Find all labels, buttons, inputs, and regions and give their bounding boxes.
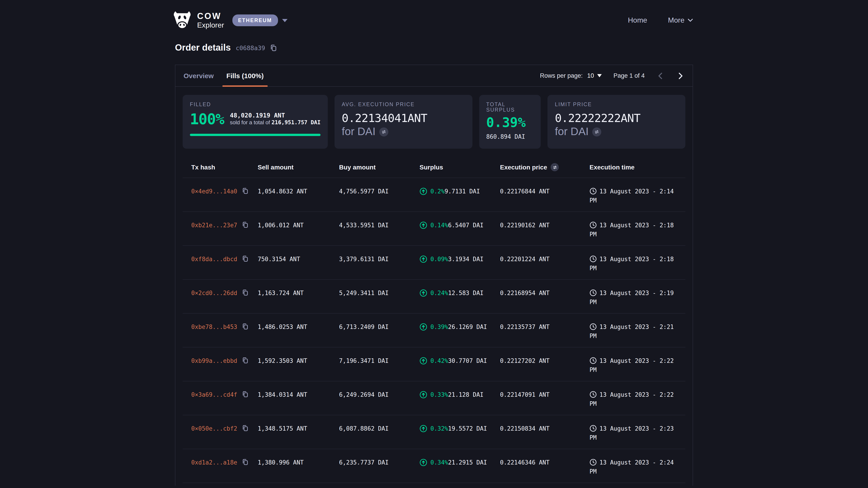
table-row: 0×3a69...cd4f 1,384.0314 ANT 6,249.2694 …	[183, 381, 685, 415]
copy-icon[interactable]	[242, 289, 249, 296]
surplus-percent: 0.2%	[430, 188, 445, 195]
rows-per-page-select[interactable]: 10	[587, 72, 602, 79]
surplus-amount: 19.5572 DAI	[448, 425, 487, 432]
execution-time-text: 13 August 2023 - 2:22 PM	[590, 357, 674, 373]
invert-price-icon[interactable]	[379, 127, 388, 136]
page-indicator: Page 1 of 4	[614, 72, 645, 79]
tx-hash-link[interactable]: 0×2cd0...26dd	[191, 290, 237, 296]
copy-icon[interactable]	[242, 188, 249, 194]
copy-order-id-icon[interactable]	[270, 44, 277, 51]
table-row: 0xf8da...dbcd 750.3154 ANT 3,379.6131 DA…	[183, 246, 685, 280]
execution-price-cell: 0.22146346 ANT	[500, 449, 590, 483]
surplus-percent: 0.24%	[430, 290, 448, 296]
surplus-amount: 9.7131 DAI	[445, 188, 480, 195]
col-execution-time: Execution time	[590, 164, 685, 171]
execution-time-text: 13 August 2023 - 2:23 PM	[590, 425, 674, 441]
pagination-controls: Rows per page: 10 Page 1 of 4	[540, 65, 684, 86]
tx-hash-link[interactable]: 0×4ed9...14a0	[191, 188, 237, 195]
tx-hash-link[interactable]: 0xf8da...dbcd	[191, 256, 237, 263]
limit-price-value: 0.22222222ANT	[555, 111, 678, 125]
tx-hash-link[interactable]: 0xb21e...23e7	[191, 222, 237, 229]
surplus-cell: 0.33%21.128 DAI	[420, 381, 500, 415]
next-page-icon[interactable]	[676, 72, 684, 80]
execution-time-cell: 13 August 2023 - 2:23 PM	[590, 415, 685, 449]
toggle-price-unit-icon[interactable]	[551, 163, 559, 171]
execution-price-cell: 0.22201224 ANT	[500, 246, 590, 279]
invert-limit-price-icon[interactable]	[592, 127, 601, 136]
tab-overview[interactable]: Overview	[177, 65, 220, 86]
previous-page-icon[interactable]	[656, 72, 664, 80]
sell-amount-cell: 1,348.5175 ANT	[258, 415, 339, 449]
nav-more-label: More	[668, 16, 684, 24]
execution-time-cell: 13 August 2023 - 2:18 PM	[590, 246, 685, 279]
tab-fills[interactable]: Fills (100%)	[220, 65, 270, 86]
execution-time-cell: 13 August 2023 - 2:14 PM	[590, 178, 685, 212]
execution-price-cell: 0.22176844 ANT	[500, 178, 590, 212]
surplus-cell: 0.24%12.583 DAI	[420, 280, 500, 313]
rows-per-page-value: 10	[587, 72, 594, 79]
copy-icon[interactable]	[242, 459, 249, 465]
cow-icon	[172, 11, 193, 29]
tx-hash-link[interactable]: 0×3a69...cd4f	[191, 391, 237, 398]
tx-hash-cell: 0xb99a...ebbd	[183, 348, 258, 381]
surplus-amount: 6.5407 DAI	[448, 222, 484, 229]
tx-hash-cell: 0×4ed9...14a0	[183, 178, 258, 212]
execution-time-text: 13 August 2023 - 2:14 PM	[590, 188, 674, 203]
avg-price-unit: for DAI	[342, 125, 465, 138]
copy-icon[interactable]	[242, 323, 249, 330]
tx-hash-cell: 0×050e...cbf2	[183, 415, 258, 449]
surplus-amount: 30.7707 DAI	[448, 357, 487, 364]
network-caret-down-icon[interactable]	[282, 19, 287, 22]
tx-hash-cell: 0xb21e...23e7	[183, 212, 258, 246]
execution-time-cell: 13 August 2023 - 2:19 PM	[590, 280, 685, 313]
tx-hash-link[interactable]: 0×050e...cbf2	[191, 425, 237, 432]
filled-percent: 100%	[190, 110, 224, 128]
surplus-percent: 0.34%	[430, 459, 448, 466]
surplus-percent: 0.39%	[430, 324, 448, 330]
copy-icon[interactable]	[242, 357, 249, 364]
tx-hash-link[interactable]: 0xd1a2...a18e	[191, 459, 237, 466]
surplus-up-icon	[420, 289, 427, 297]
surplus-percent: 0.42%	[430, 357, 448, 364]
surplus-up-icon	[420, 221, 427, 229]
avg-price-label: AVG. EXECUTION PRICE	[342, 102, 465, 107]
table-row: 0xbe78...b453 1,486.0253 ANT 6,713.2409 …	[183, 314, 685, 348]
total-surplus-amount: 860.894 DAI	[486, 133, 534, 140]
table-row: 0xb21e...23e7 1,006.012 ANT 4,533.5951 D…	[183, 212, 685, 246]
execution-time-text: 13 August 2023 - 2:22 PM	[590, 391, 674, 407]
limit-price-label: LIMIT PRICE	[555, 102, 678, 107]
cow-explorer-logo[interactable]: COW Explorer	[172, 11, 224, 29]
logo-word-cow: COW	[197, 12, 224, 20]
tx-hash-link[interactable]: 0xb99a...ebbd	[191, 357, 237, 364]
tx-hash-link[interactable]: 0xbe78...b453	[191, 324, 237, 330]
surplus-cell: 0.14%6.5407 DAI	[420, 212, 500, 246]
surplus-percent: 0.32%	[430, 425, 448, 432]
fills-table: Tx hash Sell amount Buy amount Surplus E…	[183, 157, 685, 483]
surplus-cell: 0.32%19.5572 DAI	[420, 415, 500, 449]
surplus-percent: 0.09%	[430, 256, 448, 263]
copy-icon[interactable]	[242, 391, 249, 398]
execution-time-text: 13 August 2023 - 2:18 PM	[590, 256, 674, 271]
surplus-amount: 3.1934 DAI	[448, 256, 484, 263]
nav-more[interactable]: More	[668, 16, 693, 24]
copy-icon[interactable]	[242, 255, 249, 262]
nav-home[interactable]: Home	[628, 16, 647, 24]
buy-amount-cell: 3,379.6131 DAI	[339, 246, 420, 279]
buy-amount-cell: 6,249.2694 DAI	[339, 381, 420, 415]
main-nav: Home More	[628, 16, 693, 24]
network-selector-badge[interactable]: ETHEREUM	[232, 14, 278, 26]
order-fills-panel: Overview Fills (100%) Rows per page: 10 …	[175, 65, 693, 486]
sell-amount-cell: 1,380.996 ANT	[258, 449, 339, 483]
filled-card: FILLED 100% 48,020.1919 ANT sold for a t…	[183, 95, 328, 149]
tx-hash-cell: 0xbe78...b453	[183, 314, 258, 347]
buy-amount-cell: 6,235.7737 DAI	[339, 449, 420, 483]
copy-icon[interactable]	[242, 221, 249, 228]
rows-per-page: Rows per page: 10	[540, 72, 602, 79]
copy-icon[interactable]	[242, 425, 249, 431]
filled-progress-bar	[190, 134, 320, 136]
execution-price-cell: 0.22190162 ANT	[500, 212, 590, 246]
surplus-percent: 0.33%	[430, 391, 448, 398]
tx-hash-cell: 0xf8da...dbcd	[183, 246, 258, 279]
surplus-amount: 26.1269 DAI	[448, 324, 487, 330]
execution-price-cell: 0.22168954 ANT	[500, 280, 590, 313]
